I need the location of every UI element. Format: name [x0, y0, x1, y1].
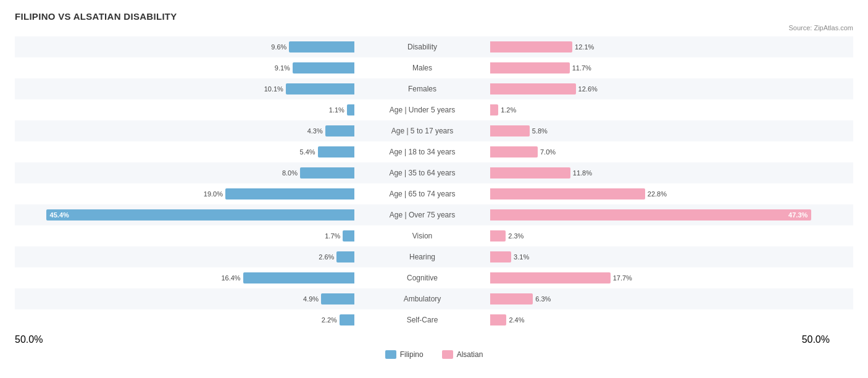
value-right: 1.2% — [501, 106, 516, 114]
value-left: 4.3% — [307, 127, 323, 135]
row-label: Hearing — [354, 253, 490, 261]
row-label: Females — [354, 85, 490, 93]
row-label: Age | Under 5 years — [354, 106, 490, 114]
value-right: 12.1% — [575, 43, 594, 51]
value-right: 11.7% — [572, 64, 591, 72]
bar-right: 6.3% — [490, 293, 533, 304]
value-right: 17.7% — [613, 274, 632, 282]
filipino-legend-label: Filipino — [400, 350, 424, 359]
bar-right: 1.2% — [490, 104, 498, 116]
bar-left: 9.1% — [293, 62, 354, 74]
table-row: 16.4%Cognitive17.7% — [15, 267, 853, 288]
value-left: 2.2% — [322, 316, 337, 324]
row-label: Cognitive — [354, 274, 490, 282]
bar-left: 1.1% — [347, 104, 354, 116]
bar-left: 2.6% — [336, 251, 354, 262]
table-row: 2.2%Self-Care2.4% — [15, 309, 853, 330]
bar-right: 5.8% — [490, 125, 530, 136]
value-right: 22.8% — [648, 190, 667, 198]
value-right: 7.0% — [540, 148, 556, 156]
value-left-inside: 45.4% — [50, 211, 69, 219]
bar-right: 3.1% — [490, 251, 511, 262]
value-right: 11.8% — [573, 169, 592, 177]
bar-left: 4.3% — [325, 125, 354, 136]
axis-row: 50.0% 50.0% — [15, 334, 853, 345]
chart-area: 9.6%Disability12.1%9.1%Males11.7%10.1%Fe… — [15, 36, 853, 330]
value-left: 19.0% — [204, 190, 223, 198]
row-label: Age | 18 to 34 years — [354, 148, 490, 156]
table-row: 45.4%Age | Over 75 years47.3% — [15, 204, 853, 225]
table-row: 10.1%Females12.6% — [15, 78, 853, 99]
value-right: 6.3% — [535, 295, 551, 303]
value-right: 2.4% — [509, 316, 524, 324]
row-label: Self-Care — [354, 316, 490, 324]
value-right: 12.6% — [578, 85, 598, 93]
bar-right: 2.3% — [490, 230, 506, 242]
value-left: 10.1% — [264, 85, 283, 93]
value-right: 5.8% — [532, 127, 548, 135]
legend-alsatian: Alsatian — [442, 350, 483, 359]
table-row: 4.9%Ambulatory6.3% — [15, 288, 853, 309]
bar-left: 10.1% — [286, 83, 354, 94]
row-label: Males — [354, 64, 490, 72]
axis-right-label: 50.0% — [802, 334, 830, 345]
value-left: 4.9% — [303, 295, 319, 303]
bar-left: 8.0% — [300, 167, 354, 178]
table-row: 19.0%Age | 65 to 74 years22.8% — [15, 183, 853, 204]
chart-title: FILIPINO VS ALSATIAN DISABILITY — [15, 11, 853, 22]
table-row: 9.1%Males11.7% — [15, 57, 853, 78]
value-left: 9.6% — [271, 43, 286, 51]
row-label: Age | 35 to 64 years — [354, 169, 490, 177]
bar-left: 2.2% — [340, 314, 354, 326]
value-right: 2.3% — [508, 232, 524, 240]
bar-left: 9.6% — [289, 41, 354, 52]
table-row: 1.7%Vision2.3% — [15, 225, 853, 246]
bar-right: 2.4% — [490, 314, 506, 326]
filipino-legend-box — [385, 350, 396, 359]
value-right-inside: 47.3% — [788, 211, 807, 219]
value-left: 1.7% — [325, 232, 340, 240]
bar-right: 11.8% — [490, 167, 570, 178]
value-left: 16.4% — [221, 274, 240, 282]
bar-left: 4.9% — [321, 293, 354, 304]
value-left: 9.1% — [275, 64, 290, 72]
axis-left-label: 50.0% — [15, 334, 43, 345]
bar-left: 1.7% — [343, 230, 354, 242]
bar-right: 47.3% — [490, 209, 811, 220]
row-label: Ambulatory — [354, 295, 490, 303]
bar-left: 45.4% — [46, 209, 354, 220]
legend-filipino: Filipino — [385, 350, 424, 359]
bar-right: 12.1% — [490, 41, 572, 52]
bar-left: 16.4% — [243, 272, 354, 284]
table-row: 1.1%Age | Under 5 years1.2% — [15, 99, 853, 120]
value-left: 5.4% — [300, 148, 315, 156]
table-row: 5.4%Age | 18 to 34 years7.0% — [15, 141, 853, 162]
value-right: 3.1% — [514, 253, 529, 261]
value-left: 1.1% — [329, 106, 344, 114]
alsatian-legend-box — [442, 350, 453, 359]
bar-left: 19.0% — [225, 188, 354, 200]
alsatian-legend-label: Alsatian — [457, 350, 483, 359]
value-left: 8.0% — [282, 169, 298, 177]
bar-right: 11.7% — [490, 62, 570, 74]
bar-right: 7.0% — [490, 146, 538, 158]
source-label: Source: ZipAtlas.com — [15, 24, 853, 32]
bar-right: 22.8% — [490, 188, 645, 200]
table-row: 8.0%Age | 35 to 64 years11.8% — [15, 162, 853, 183]
table-row: 2.6%Hearing3.1% — [15, 246, 853, 267]
legend: Filipino Alsatian — [15, 350, 853, 359]
table-row: 4.3%Age | 5 to 17 years5.8% — [15, 120, 853, 141]
row-label: Age | Over 75 years — [354, 211, 490, 219]
value-left: 2.6% — [319, 253, 334, 261]
bar-right: 17.7% — [490, 272, 611, 284]
bar-left: 5.4% — [318, 146, 354, 158]
table-row: 9.6%Disability12.1% — [15, 36, 853, 57]
bar-right: 12.6% — [490, 83, 576, 94]
row-label: Age | 5 to 17 years — [354, 127, 490, 135]
row-label: Age | 65 to 74 years — [354, 190, 490, 198]
row-label: Disability — [354, 43, 490, 51]
row-label: Vision — [354, 232, 490, 240]
